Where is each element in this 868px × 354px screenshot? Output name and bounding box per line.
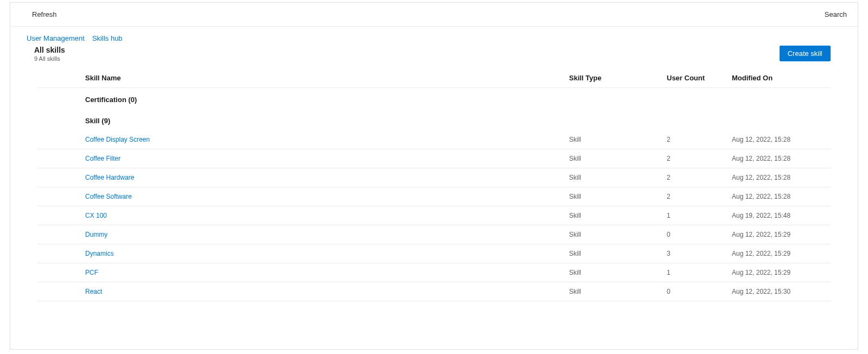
table-row[interactable]: Coffee FilterSkill2Aug 12, 2022, 15:28 [37, 149, 831, 168]
table-row[interactable]: DummySkill0Aug 12, 2022, 15:29 [37, 225, 831, 244]
skills-table: Skill Name Skill Type User Count Modifie… [37, 68, 831, 301]
skill-type-cell: Skill [565, 187, 662, 206]
command-bar: Refresh Search [10, 3, 858, 27]
skill-name-link[interactable]: Dynamics [81, 244, 565, 263]
user-count-cell: 1 [662, 206, 727, 225]
group-label: Certification (0) [81, 88, 831, 110]
skill-name-link[interactable]: Coffee Hardware [81, 168, 565, 187]
column-header-modified-on[interactable]: Modified On [727, 68, 831, 88]
breadcrumb-skills-hub[interactable]: Skills hub [92, 34, 123, 42]
breadcrumb-user-management[interactable]: User Management [27, 34, 85, 42]
skill-name-link[interactable]: PCF [81, 263, 565, 282]
user-count-cell: 2 [662, 168, 727, 187]
modified-on-cell: Aug 12, 2022, 15:28 [727, 168, 831, 187]
modified-on-cell: Aug 19, 2022, 15:48 [727, 206, 831, 225]
user-count-cell: 2 [662, 149, 727, 168]
table-row[interactable]: Coffee SoftwareSkill2Aug 12, 2022, 15:28 [37, 187, 831, 206]
page-title: All skills [34, 46, 65, 54]
column-header-skill-type[interactable]: Skill Type [565, 68, 662, 88]
search-button[interactable]: Search [825, 10, 847, 18]
page-header: All skills 9 All skills Create skill [10, 46, 858, 68]
skill-type-cell: Skill [565, 282, 662, 301]
modified-on-cell: Aug 12, 2022, 15:28 [727, 149, 831, 168]
skill-type-cell: Skill [565, 168, 662, 187]
skill-type-cell: Skill [565, 149, 662, 168]
column-header-skill-name[interactable]: Skill Name [81, 68, 565, 88]
modified-on-cell: Aug 12, 2022, 15:29 [727, 263, 831, 282]
skill-name-link[interactable]: Coffee Display Screen [81, 130, 565, 149]
group-label: Skill (9) [81, 109, 831, 130]
group-header[interactable]: Certification (0) [37, 88, 831, 110]
modified-on-cell: Aug 12, 2022, 15:28 [727, 187, 831, 206]
user-count-cell: 1 [662, 263, 727, 282]
create-skill-button[interactable]: Create skill [780, 46, 831, 61]
skill-type-cell: Skill [565, 244, 662, 263]
skill-name-link[interactable]: React [81, 282, 565, 301]
table-row[interactable]: DynamicsSkill3Aug 12, 2022, 15:29 [37, 244, 831, 263]
skill-name-link[interactable]: Coffee Software [81, 187, 565, 206]
skill-type-cell: Skill [565, 130, 662, 149]
modified-on-cell: Aug 12, 2022, 15:30 [727, 282, 831, 301]
refresh-button[interactable]: Refresh [32, 10, 57, 18]
skill-name-link[interactable]: Dummy [81, 225, 565, 244]
table-row[interactable]: Coffee HardwareSkill2Aug 12, 2022, 15:28 [37, 168, 831, 187]
user-count-cell: 2 [662, 187, 727, 206]
modified-on-cell: Aug 12, 2022, 15:28 [727, 130, 831, 149]
table-row[interactable]: PCFSkill1Aug 12, 2022, 15:29 [37, 263, 831, 282]
modified-on-cell: Aug 12, 2022, 15:29 [727, 225, 831, 244]
skill-name-link[interactable]: Coffee Filter [81, 149, 565, 168]
app-frame: Refresh Search User Management Skills hu… [10, 2, 858, 350]
skill-type-cell: Skill [565, 206, 662, 225]
modified-on-cell: Aug 12, 2022, 15:29 [727, 244, 831, 263]
table-row[interactable]: ReactSkill0Aug 12, 2022, 15:30 [37, 282, 831, 301]
column-header-pad [37, 68, 81, 88]
skill-name-link[interactable]: CX 100 [81, 206, 565, 225]
group-header[interactable]: Skill (9) [37, 109, 831, 130]
skill-type-cell: Skill [565, 225, 662, 244]
skill-type-cell: Skill [565, 263, 662, 282]
table-row[interactable]: Coffee Display ScreenSkill2Aug 12, 2022,… [37, 130, 831, 149]
user-count-cell: 3 [662, 244, 727, 263]
user-count-cell: 0 [662, 225, 727, 244]
breadcrumb: User Management Skills hub [10, 27, 858, 46]
user-count-cell: 0 [662, 282, 727, 301]
column-header-user-count[interactable]: User Count [662, 68, 727, 88]
table-row[interactable]: CX 100Skill1Aug 19, 2022, 15:48 [37, 206, 831, 225]
user-count-cell: 2 [662, 130, 727, 149]
page-subtitle: 9 All skills [34, 55, 65, 62]
